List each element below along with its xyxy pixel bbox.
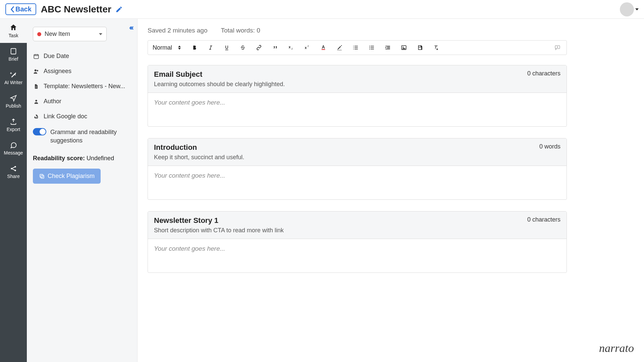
chevron-down-icon <box>635 8 639 10</box>
section-editor[interactable]: Your content goes here... <box>148 239 567 273</box>
rail-label: AI Writer <box>4 80 22 85</box>
rail-item-share[interactable]: Share <box>0 160 27 184</box>
section-subtitle: Keep it short, succinct and useful. <box>154 154 244 161</box>
rail-item-ai-writer[interactable]: AI Writer <box>0 66 27 90</box>
status-dropdown[interactable]: New Item <box>33 27 107 41</box>
section-title: Email Subject <box>154 70 285 79</box>
rail-item-publish[interactable]: Publish <box>0 90 27 113</box>
text-color-button[interactable] <box>319 43 328 52</box>
rail-item-message[interactable]: Message <box>0 137 27 160</box>
user-icon <box>33 99 40 105</box>
underline-button[interactable] <box>222 43 231 52</box>
rail-label: Brief <box>9 56 18 62</box>
highlight-button[interactable] <box>335 43 344 52</box>
editor-placeholder: Your content goes here... <box>154 99 225 106</box>
meta-template[interactable]: Template: Newsletters - New... <box>33 79 131 94</box>
side-panel: ‹‹‹ New Item Due Date Assignees Template… <box>27 19 138 362</box>
svg-rect-14 <box>322 49 325 50</box>
status-dot-icon <box>37 32 41 36</box>
saved-status: Saved 2 minutes ago <box>148 27 208 34</box>
grammar-toggle-label: Grammar and readability suggestions <box>50 128 131 145</box>
google-drive-icon <box>33 114 40 119</box>
svg-point-15 <box>369 46 370 46</box>
export-icon <box>10 118 17 125</box>
image-button[interactable] <box>399 43 408 52</box>
user-menu[interactable] <box>620 2 639 16</box>
meta-author[interactable]: Author <box>33 94 131 109</box>
rail-label: Publish <box>6 103 21 109</box>
save-button[interactable] <box>416 43 424 52</box>
svg-point-5 <box>35 69 37 71</box>
section-email-subject: Email Subject Learning outcomes should b… <box>148 65 567 127</box>
section-subtitle: Short description with CTA to read more … <box>154 227 284 234</box>
svg-rect-8 <box>41 175 44 178</box>
quote-button[interactable] <box>271 43 279 52</box>
clear-format-button[interactable] <box>432 43 440 52</box>
meta-label: Due Date <box>44 53 69 60</box>
svg-point-19 <box>402 47 404 48</box>
strike-button[interactable] <box>238 43 247 52</box>
grammar-toggle[interactable] <box>33 128 46 135</box>
svg-point-17 <box>369 49 370 49</box>
check-plagiarism-button[interactable]: Check Plagiarism <box>33 169 101 184</box>
chevron-left-icon <box>10 6 15 12</box>
format-select-value: Normal <box>153 44 172 51</box>
svg-text:2: 2 <box>308 45 309 47</box>
section-editor[interactable]: Your content goes here... <box>148 93 567 126</box>
meta-due-date[interactable]: Due Date <box>33 49 131 64</box>
unordered-list-button[interactable] <box>367 43 376 52</box>
main-content: Saved 2 minutes ago Total words: 0 Norma… <box>138 19 644 362</box>
status-text: New Item <box>45 31 99 38</box>
section-title: Newsletter Story 1 <box>154 216 284 225</box>
section-introduction: Introduction Keep it short, succinct and… <box>148 138 567 200</box>
readability-value: Undefined <box>87 155 114 162</box>
rail-label: Share <box>7 174 19 179</box>
copy-icon <box>39 173 45 179</box>
header: Back ABC Newsletter <box>0 0 644 19</box>
svg-text:2: 2 <box>291 48 293 50</box>
meta-label: Author <box>44 98 61 105</box>
rail-label: Message <box>4 150 23 156</box>
meta-label: Template: Newsletters - New... <box>44 83 125 90</box>
rail-item-brief[interactable]: Brief <box>0 43 27 66</box>
italic-button[interactable] <box>206 43 215 52</box>
rail-item-export[interactable]: Export <box>0 113 27 137</box>
svg-rect-0 <box>11 49 16 54</box>
editor-placeholder: Your content goes here... <box>154 245 225 252</box>
superscript-button[interactable]: x2 <box>303 43 312 52</box>
back-label: Back <box>15 5 32 13</box>
send-icon <box>10 95 17 102</box>
rail-label: Export <box>7 127 20 132</box>
outdent-button[interactable] <box>383 43 392 52</box>
subscript-button[interactable]: x2 <box>287 43 296 52</box>
grammar-toggle-row: Grammar and readability suggestions <box>33 124 131 149</box>
home-icon <box>9 23 17 32</box>
meta-label: Assignees <box>44 68 71 75</box>
ordered-list-button[interactable] <box>351 43 360 52</box>
section-subtitle: Learning outcomes should be clearly high… <box>154 81 285 88</box>
edit-title-icon[interactable] <box>115 6 123 13</box>
magic-wand-icon <box>10 71 17 78</box>
format-select[interactable]: Normal <box>153 44 183 51</box>
bold-button[interactable] <box>190 43 199 52</box>
meta-google-doc[interactable]: Link Google doc <box>33 109 131 124</box>
add-comment-button[interactable] <box>553 43 562 52</box>
readability-label: Readability score: <box>33 155 85 162</box>
link-button[interactable] <box>255 43 263 52</box>
section-editor[interactable]: Your content goes here... <box>148 166 567 199</box>
section-count: 0 characters <box>527 70 560 77</box>
back-button[interactable]: Back <box>5 3 36 15</box>
users-icon <box>33 68 40 74</box>
note-icon <box>10 48 17 55</box>
meta-assignees[interactable]: Assignees <box>33 64 131 79</box>
chat-icon <box>10 141 17 149</box>
button-label: Check Plagiarism <box>48 173 95 180</box>
svg-rect-9 <box>40 174 43 177</box>
rail-item-task[interactable]: Task <box>0 19 27 43</box>
total-words: Total words: 0 <box>221 27 260 34</box>
svg-point-6 <box>37 70 39 71</box>
collapse-panel-button[interactable]: ‹‹‹ <box>129 23 132 32</box>
calendar-icon <box>33 53 40 59</box>
readability-score: Readability score: Undefined <box>33 155 131 162</box>
section-newsletter-story-1: Newsletter Story 1 Short description wit… <box>148 211 567 273</box>
